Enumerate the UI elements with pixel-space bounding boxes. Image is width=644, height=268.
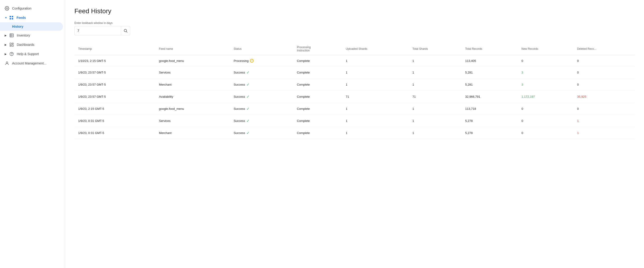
chevron-right-icon: ▶: [5, 34, 6, 37]
deleted-records-value: 0: [577, 83, 579, 86]
cell-uploaded-shards: 1: [342, 55, 409, 67]
cell-uploaded-shards: 1: [342, 127, 409, 139]
col-header-deleted-records: Deleted Reco...: [573, 43, 635, 55]
cell-new-records: 1,172,197: [518, 91, 573, 103]
new-records-value: 0: [522, 59, 523, 63]
cell-deleted-records: 1: [573, 115, 635, 127]
table-row: 1/9/23, 0:31 GMT-5MerchantSuccess ✓Compl…: [74, 127, 635, 139]
check-icon: ✓: [246, 119, 250, 123]
svg-rect-10: [12, 43, 14, 44]
sidebar-item-feeds-label: Feeds: [16, 16, 26, 20]
cell-timestamp: 1/9/23, 0:31 GMT-5: [74, 127, 155, 139]
cell-processing-instruction: Complete: [293, 127, 342, 139]
cell-total-shards: 1: [409, 79, 462, 91]
cell-total-records: 32,966,791: [462, 91, 518, 103]
sidebar-item-help-support[interactable]: ▶ Help & Support: [0, 49, 63, 59]
cell-total-shards: 1: [409, 127, 462, 139]
table-row: 1/9/23, 2:15 GMT-5google.food_menuSucces…: [74, 103, 635, 115]
cell-deleted-records: 1: [573, 127, 635, 139]
lookback-section: Enter lookback window in days: [74, 22, 635, 35]
status-success: Success ✓: [234, 131, 290, 135]
sidebar: Configuration ▼ Feeds History ▶ Invento: [0, 0, 65, 268]
cell-new-records: 3: [518, 67, 573, 79]
search-button[interactable]: [121, 26, 130, 35]
check-icon: ✓: [246, 82, 250, 87]
cell-status: Success ✓: [230, 67, 293, 79]
deleted-records-value: 1: [577, 131, 579, 135]
cell-processing-instruction: Complete: [293, 67, 342, 79]
cell-total-shards: 1: [409, 103, 462, 115]
cell-feed-name: Merchant: [155, 79, 230, 91]
svg-point-0: [6, 8, 8, 9]
sidebar-item-inventory[interactable]: ▶ Inventory: [0, 31, 63, 40]
col-header-total-shards: Total Shards: [409, 43, 462, 55]
deleted-records-value: 35,925: [577, 95, 586, 98]
cell-total-records: 113,718: [462, 103, 518, 115]
chevron-down-icon: ▼: [5, 16, 7, 19]
table-row: 1/9/23, 23:57 GMT-5MerchantSuccess ✓Comp…: [74, 79, 635, 91]
sidebar-item-configuration[interactable]: Configuration: [0, 4, 63, 13]
cell-uploaded-shards: 71: [342, 91, 409, 103]
sidebar-item-feeds[interactable]: ▼ Feeds: [0, 13, 63, 22]
sidebar-item-account-management[interactable]: Account Management...: [0, 59, 63, 68]
sidebar-item-configuration-label: Configuration: [12, 7, 32, 10]
main-content: Feed History Enter lookback window in da…: [65, 0, 644, 268]
lookback-input-wrap: [74, 26, 130, 35]
svg-rect-12: [10, 45, 12, 46]
lookback-input[interactable]: [75, 29, 121, 33]
chevron-right-icon-3: ▶: [5, 53, 6, 56]
cell-status: Success ✓: [230, 103, 293, 115]
sidebar-item-history[interactable]: History: [0, 22, 63, 31]
grid-icon: [9, 15, 14, 20]
cell-uploaded-shards: 1: [342, 103, 409, 115]
cell-timestamp: 1/9/23, 23:57 GMT-5: [74, 67, 155, 79]
page-title: Feed History: [74, 8, 635, 15]
check-icon: ✓: [246, 131, 250, 135]
cell-timestamp: 1/9/23, 2:15 GMT-5: [74, 103, 155, 115]
sidebar-item-dashboards[interactable]: ▶ Dashboards: [0, 40, 63, 49]
check-icon: ✓: [246, 107, 250, 111]
cell-new-records: 0: [518, 103, 573, 115]
table-row: 1/9/23, 0:31 GMT-5ServicesSuccess ✓Compl…: [74, 115, 635, 127]
deleted-records-value: 0: [577, 71, 579, 74]
cell-timestamp: 1/9/23, 0:31 GMT-5: [74, 115, 155, 127]
cell-timestamp: 1/10/23, 2:15 GMT-5: [74, 55, 155, 67]
cell-total-shards: 71: [409, 91, 462, 103]
svg-point-15: [6, 62, 8, 63]
svg-point-16: [124, 29, 127, 32]
check-icon: ✓: [246, 94, 250, 99]
account-icon: [5, 61, 9, 66]
svg-rect-11: [12, 45, 14, 47]
new-records-value: 0: [522, 131, 523, 135]
cell-processing-instruction: Complete: [293, 55, 342, 67]
cell-new-records: 0: [518, 115, 573, 127]
cell-status: Success ✓: [230, 127, 293, 139]
cell-total-shards: 1: [409, 67, 462, 79]
status-success: Success ✓: [234, 107, 290, 111]
cell-total-records: 5,281: [462, 67, 518, 79]
status-success: Success ✓: [234, 119, 290, 123]
svg-point-14: [12, 55, 12, 55]
cell-processing-instruction: Complete: [293, 91, 342, 103]
cell-total-shards: 1: [409, 115, 462, 127]
cell-total-records: 5,281: [462, 79, 518, 91]
table-row: 1/9/23, 23:57 GMT-5AvailabilitySuccess ✓…: [74, 91, 635, 103]
cell-total-records: 5,278: [462, 115, 518, 127]
cell-total-shards: 1: [409, 55, 462, 67]
cell-deleted-records: 0: [573, 79, 635, 91]
new-records-value: 3: [522, 83, 523, 86]
sidebar-item-inventory-label: Inventory: [17, 34, 30, 37]
dashboard-icon: [9, 42, 14, 47]
cell-feed-name: Services: [155, 67, 230, 79]
new-records-value: 0: [522, 107, 523, 111]
svg-rect-4: [12, 18, 13, 20]
status-success: Success ✓: [234, 94, 290, 99]
col-header-timestamp: Timestamp: [74, 43, 155, 55]
cell-timestamp: 1/9/23, 23:57 GMT-5: [74, 91, 155, 103]
svg-rect-2: [12, 16, 13, 18]
new-records-value: 1,172,197: [522, 95, 535, 98]
deleted-records-value: 0: [577, 59, 579, 63]
cell-uploaded-shards: 1: [342, 79, 409, 91]
cell-feed-name: Services: [155, 115, 230, 127]
svg-rect-3: [10, 18, 11, 20]
